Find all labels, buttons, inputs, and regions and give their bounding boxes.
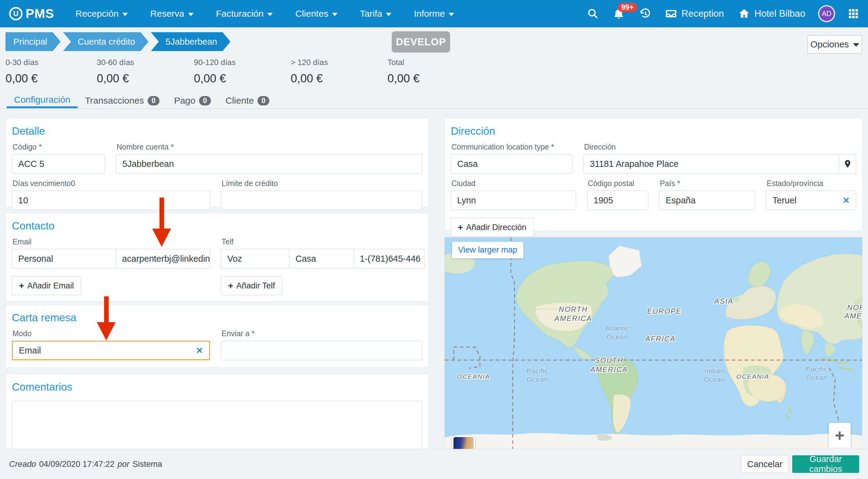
tab-count-badge: 0 (199, 96, 211, 105)
created-info: Creado 04/09/2020 17:47:22 por Sistema (9, 459, 162, 469)
tab-label: Pago (174, 96, 195, 106)
menu-recepcion[interactable]: Recepción (75, 8, 128, 19)
search-icon[interactable] (587, 8, 599, 20)
main-menu: Recepción Reserva Facturación Clientes T… (75, 8, 454, 19)
logo-text: PMS (26, 6, 54, 21)
menu-label: Tarifa (360, 8, 382, 19)
nombre-cuenta-input[interactable]: 5Jabberbean (116, 154, 422, 174)
ocean-label: Indian (704, 367, 724, 375)
world-map: NORTH AMERICA SOUTH AMERICA EUROPE AFRIC… (445, 237, 862, 449)
modo-input[interactable]: Email ✕ (12, 341, 210, 360)
breadcrumb: Principal Cuenta crédito 5Jabberbean (5, 32, 230, 51)
email-type-input[interactable]: Personal (12, 249, 116, 268)
hotel-label: Hotel Bilbao (754, 8, 805, 19)
nav-right-tools: 99+ Reception Hotel Bilbao (587, 6, 859, 21)
menu-clientes[interactable]: Clientes (295, 8, 337, 19)
menu-informe[interactable]: Informe (414, 8, 454, 19)
pms-app: U PMS Recepción Reserva Facturación Clie… (0, 0, 868, 479)
telf-number-input[interactable]: 1-(781)645-446 (353, 249, 425, 268)
aging-label: 90-120 días (194, 58, 291, 67)
ocean-label: Pacific (806, 365, 828, 373)
save-changes-button[interactable]: Guardar cambios (792, 455, 859, 473)
section-title: Dirección (451, 125, 856, 137)
ocean-label: Ocean (527, 375, 548, 383)
dias-vencimiento-input[interactable]: 10 (12, 191, 210, 210)
chevron-down-icon (122, 13, 128, 16)
menu-label: Informe (414, 8, 445, 19)
created-prefix: Creado (9, 459, 36, 469)
satellite-toggle-thumbnail[interactable] (452, 436, 475, 449)
add-direccion-button[interactable]: + Añadir Dirección (451, 218, 533, 237)
footer-actions: Cancelar Guardar cambios (741, 455, 859, 473)
top-navigation: U PMS Recepción Reserva Facturación Clie… (0, 0, 868, 27)
location-type-input[interactable]: Casa (451, 154, 572, 174)
telf-type-input[interactable]: Voz (221, 249, 289, 268)
map-pin-button[interactable] (839, 154, 856, 174)
email-label: Email (12, 237, 210, 246)
chevron-down-icon (853, 43, 859, 47)
hotel-switcher[interactable]: Hotel Bilbao (738, 8, 805, 20)
codigo-postal-input[interactable]: 1905 (587, 191, 648, 210)
user-avatar[interactable]: AD (819, 6, 834, 21)
direccion-input[interactable]: 31181 Arapahoe Place (583, 154, 839, 174)
codigo-input[interactable]: ACC 5 (12, 154, 105, 174)
history-icon[interactable] (639, 8, 651, 20)
pais-input[interactable]: España (659, 191, 755, 210)
modo-label: Modo (12, 329, 210, 338)
estado-value: Teruel (772, 196, 797, 205)
aging-col-total: Total 0,00 € (388, 58, 479, 85)
ciudad-input[interactable]: Lynn (451, 191, 576, 210)
nombre-cuenta-label: Nombre cuenta * (117, 142, 422, 151)
aging-col-over-120: > 120 días 0,00 € (291, 58, 388, 85)
menu-tarifa[interactable]: Tarifa (360, 8, 392, 19)
add-email-label: Añadir Email (27, 281, 74, 290)
aging-label: Total (388, 58, 479, 67)
tab-transacciones[interactable]: Transacciones 0 (78, 92, 167, 108)
codigo-label: Código * (12, 142, 105, 151)
reception-switcher[interactable]: Reception (665, 8, 724, 20)
add-email-button[interactable]: + Añadir Email (12, 276, 81, 295)
clear-icon[interactable]: ✕ (192, 346, 203, 355)
breadcrumb-principal[interactable]: Principal (5, 32, 61, 51)
codigo-postal-label: Código postal (588, 179, 648, 188)
aging-col-0-30: 0-30 días 0,00 € (5, 58, 97, 85)
section-title: Contacto (12, 220, 422, 232)
cancel-button[interactable]: Cancelar (741, 455, 788, 473)
section-detalle: Detalle Código * ACC 5 Nombre cuenta * 5… (5, 118, 429, 207)
aging-value: 0,00 € (97, 72, 194, 85)
ocean-label: Ocean (806, 374, 827, 381)
enviar-a-input[interactable] (221, 341, 422, 360)
telf-location-input[interactable]: Casa (289, 249, 354, 268)
location-type-label: Communication location type * (451, 142, 572, 151)
app-logo[interactable]: U PMS (9, 6, 54, 21)
menu-label: Clientes (295, 8, 328, 19)
tab-label: Configuración (14, 95, 70, 105)
limite-credito-input[interactable] (221, 191, 422, 210)
notifications-bell-icon[interactable]: 99+ (613, 8, 625, 20)
map-label: NOR (847, 303, 862, 311)
view-larger-map-button[interactable]: View larger map (452, 242, 524, 258)
estado-provincia-input[interactable]: Teruel ✕ (766, 191, 856, 210)
tab-pago[interactable]: Pago 0 (167, 92, 218, 108)
google-map[interactable]: NORTH AMERICA SOUTH AMERICA EUROPE AFRIC… (444, 237, 863, 449)
apps-grid-icon[interactable] (848, 8, 859, 19)
menu-reserva[interactable]: Reserva (150, 8, 193, 19)
tab-cliente[interactable]: Cliente 0 (218, 92, 277, 108)
section-title: Comentarios (12, 381, 422, 393)
breadcrumb-current[interactable]: 5Jabberbean (151, 32, 230, 51)
section-contacto: Contacto Email Personal acarpenterbj@lin… (5, 213, 429, 302)
menu-label: Recepción (75, 8, 119, 19)
tab-label: Cliente (225, 96, 254, 106)
add-telf-label: Añadir Telf (237, 281, 275, 290)
breadcrumb-cuenta-credito[interactable]: Cuenta crédito (63, 32, 149, 51)
email-value-input[interactable]: acarpenterbj@linkedin.c (116, 249, 210, 268)
aging-value: 0,00 € (5, 72, 97, 85)
add-telf-button[interactable]: + Añadir Telf (221, 276, 282, 295)
clear-icon[interactable]: ✕ (839, 196, 850, 205)
map-zoom-in-button[interactable]: + (829, 423, 851, 449)
menu-facturacion[interactable]: Facturación (216, 8, 273, 19)
map-label: NORTH (559, 305, 588, 313)
options-button[interactable]: Opciones (807, 35, 862, 54)
aging-value: 0,00 € (388, 72, 479, 85)
tab-configuracion[interactable]: Configuración (7, 92, 78, 108)
